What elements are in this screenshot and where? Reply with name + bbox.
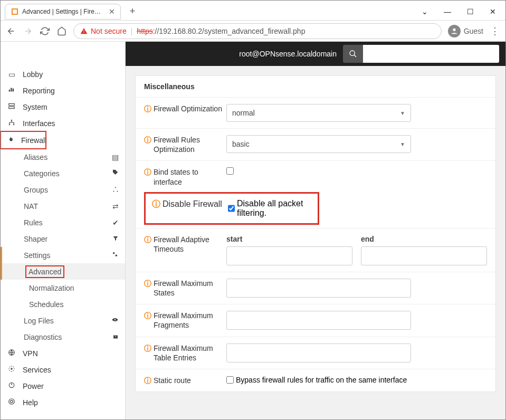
search-button[interactable] bbox=[343, 45, 363, 63]
gear-icon bbox=[7, 365, 16, 374]
life-ring-icon bbox=[7, 398, 16, 407]
svg-point-15 bbox=[114, 319, 116, 320]
close-icon[interactable]: ✕ bbox=[490, 7, 496, 16]
svg-rect-4 bbox=[9, 103, 15, 106]
browser-titlebar: Advanced | Settings | Firewall | O ✕ + ⌄… bbox=[1, 1, 505, 21]
info-icon[interactable]: ⓘ bbox=[144, 104, 151, 113]
info-icon[interactable]: ⓘ bbox=[144, 135, 151, 145]
label-end: end bbox=[361, 235, 487, 243]
sidebar-item-help[interactable]: Help bbox=[1, 394, 125, 411]
window-controls: ⌄ — ☐ ✕ bbox=[422, 7, 501, 16]
fire-icon bbox=[7, 136, 15, 145]
svg-point-18 bbox=[11, 368, 13, 370]
tab-close-icon[interactable]: ✕ bbox=[109, 7, 115, 16]
sidebar-item-schedules[interactable]: Schedules bbox=[1, 296, 125, 312]
svg-point-13 bbox=[116, 255, 118, 257]
svg-point-6 bbox=[11, 120, 12, 121]
svg-point-11 bbox=[117, 190, 118, 192]
filter-icon bbox=[112, 235, 119, 243]
misc-panel: Miscellaneous ⓘFirewall Optimization nor… bbox=[135, 75, 496, 392]
globe-icon bbox=[7, 349, 16, 358]
disable-firewall-text: Disable all packet filtering. bbox=[237, 199, 311, 218]
sidebar-item-categories[interactable]: Categories bbox=[1, 165, 125, 182]
url-field[interactable]: Not secure | https://192.168.80.2/system… bbox=[73, 23, 442, 39]
check-icon: ✔ bbox=[112, 218, 119, 227]
sidebar-item-groups[interactable]: Groups bbox=[1, 182, 125, 198]
info-icon[interactable]: ⓘ bbox=[144, 376, 151, 385]
panel-title: Miscellaneous bbox=[136, 76, 495, 97]
sidebar: ▭Lobby Reporting System Interfaces Firew… bbox=[1, 42, 126, 420]
info-icon[interactable]: ⓘ bbox=[144, 311, 151, 320]
sidebar-item-rules[interactable]: Rules✔ bbox=[1, 214, 125, 231]
list-icon: ▤ bbox=[112, 153, 119, 161]
info-icon[interactable]: ⓘ bbox=[144, 279, 151, 288]
info-icon[interactable]: ⓘ bbox=[144, 167, 151, 177]
svg-point-8 bbox=[13, 124, 14, 125]
label-start: start bbox=[226, 235, 352, 243]
minimize-icon[interactable]: — bbox=[444, 7, 451, 16]
input-adaptive-end[interactable] bbox=[361, 246, 487, 265]
sidebar-item-aliases[interactable]: Aliases▤ bbox=[1, 149, 125, 165]
tags-icon bbox=[111, 169, 119, 178]
checkbox-static-route[interactable] bbox=[226, 376, 234, 384]
exchange-icon: ⇄ bbox=[112, 202, 119, 211]
browser-menu-icon[interactable]: ⋮ bbox=[490, 26, 500, 36]
static-route-text: Bypass firewall rules for traffic on the… bbox=[236, 376, 407, 384]
content-area: Miscellaneous ⓘFirewall Optimization nor… bbox=[126, 66, 505, 420]
info-icon[interactable]: ⓘ bbox=[144, 235, 151, 244]
row-max-table-entries: ⓘFirewall Maximum Table Entries bbox=[136, 337, 495, 369]
sidebar-item-logfiles[interactable]: Log Files bbox=[1, 312, 125, 329]
row-bind-states: ⓘBind states to interface bbox=[136, 160, 495, 193]
svg-rect-1 bbox=[13, 9, 17, 14]
sidebar-item-settings[interactable]: Settings bbox=[1, 247, 125, 263]
info-icon[interactable]: ⓘ bbox=[152, 199, 160, 210]
new-tab-button[interactable]: + bbox=[125, 4, 140, 19]
sitemap-icon bbox=[112, 186, 119, 194]
svg-point-20 bbox=[9, 399, 15, 405]
svg-point-9 bbox=[115, 187, 116, 188]
input-adaptive-start[interactable] bbox=[226, 246, 352, 265]
chevron-down-icon[interactable]: ⌄ bbox=[422, 7, 428, 16]
current-user[interactable]: root@OPNsense.localdomain bbox=[239, 50, 337, 58]
input-max-table-entries[interactable] bbox=[226, 343, 411, 362]
avatar-icon bbox=[448, 25, 461, 37]
sidebar-item-firewall[interactable]: Firewall bbox=[1, 132, 45, 148]
sidebar-item-reporting[interactable]: Reporting bbox=[1, 82, 125, 99]
sidebar-item-services[interactable]: Services bbox=[1, 361, 125, 378]
info-icon[interactable]: ⓘ bbox=[144, 343, 151, 353]
checkbox-disable-firewall[interactable] bbox=[228, 205, 235, 212]
profile-button[interactable]: Guest bbox=[448, 25, 483, 37]
sidebar-item-power[interactable]: Power bbox=[1, 378, 125, 394]
checkbox-bind-states[interactable] bbox=[226, 167, 234, 175]
select-firewall-optimization[interactable]: normal▼ bbox=[226, 104, 411, 122]
chart-icon bbox=[7, 86, 16, 95]
sidebar-item-advanced[interactable]: Advanced bbox=[1, 263, 125, 280]
sidebar-item-system[interactable]: System bbox=[1, 99, 125, 115]
svg-point-21 bbox=[11, 400, 13, 403]
row-adaptive-timeouts: ⓘFirewall Adaptive Timeouts start end bbox=[136, 228, 495, 272]
maximize-icon[interactable]: ☐ bbox=[467, 7, 474, 16]
input-max-fragments[interactable] bbox=[226, 311, 411, 330]
sidebar-item-interfaces[interactable]: Interfaces bbox=[1, 115, 125, 131]
home-icon[interactable] bbox=[56, 26, 67, 36]
row-disable-firewall: ⓘDisable Firewall Disable all packet fil… bbox=[144, 192, 319, 225]
not-secure-badge[interactable]: Not secure bbox=[80, 27, 127, 35]
svg-point-3 bbox=[350, 51, 355, 55]
sidebar-item-shaper[interactable]: Shaper bbox=[1, 231, 125, 247]
svg-point-12 bbox=[113, 252, 115, 254]
input-max-states[interactable] bbox=[226, 279, 411, 298]
forward-icon bbox=[23, 26, 33, 36]
url-text: https://192.168.80.2/system_advanced_fir… bbox=[137, 27, 305, 35]
eye-icon bbox=[111, 316, 119, 325]
row-rules-optimization: ⓘFirewall Rules Optimization basic▼ bbox=[136, 128, 495, 160]
sidebar-item-lobby[interactable]: ▭Lobby bbox=[1, 66, 125, 82]
sidebar-item-normalization[interactable]: Normalization bbox=[1, 280, 125, 296]
select-rules-optimization[interactable]: basic▼ bbox=[226, 135, 411, 153]
sidebar-item-vpn[interactable]: VPN bbox=[1, 345, 125, 361]
browser-tab[interactable]: Advanced | Settings | Firewall | O ✕ bbox=[5, 4, 121, 20]
sidebar-item-nat[interactable]: NAT⇄ bbox=[1, 198, 125, 214]
search-input[interactable] bbox=[363, 45, 499, 63]
sidebar-item-diagnostics[interactable]: Diagnostics bbox=[1, 329, 125, 345]
reload-icon[interactable] bbox=[40, 26, 50, 36]
back-icon[interactable] bbox=[6, 26, 16, 36]
